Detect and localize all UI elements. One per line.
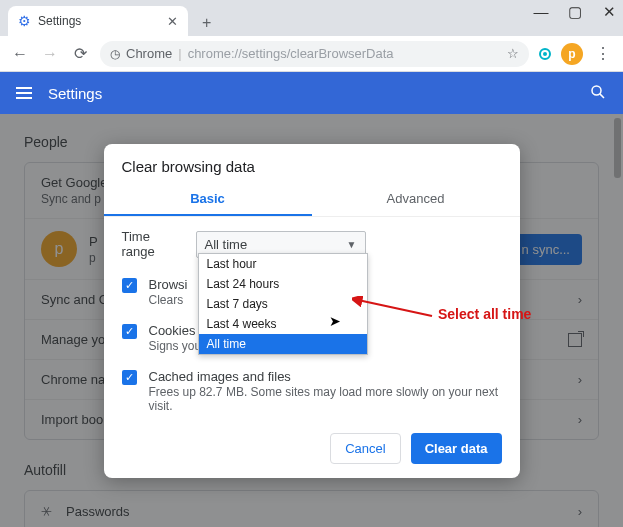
new-tab-button[interactable]: + — [194, 10, 219, 36]
menu-kebab-icon[interactable]: ⋮ — [593, 44, 613, 63]
tab-strip: ⚙ Settings ✕ + — [0, 0, 623, 36]
option-last-4-weeks[interactable]: Last 4 weeks — [199, 314, 367, 334]
dialog-title: Clear browsing data — [104, 144, 520, 183]
settings-content: People Get Google Sync and p p P p n syn… — [0, 114, 623, 527]
tab-advanced[interactable]: Advanced — [312, 183, 520, 216]
bookmark-star-icon[interactable]: ☆ — [507, 46, 519, 61]
checkbox-icon: ✓ — [122, 370, 137, 385]
settings-header: Settings — [0, 72, 623, 114]
close-window-button[interactable]: ✕ — [601, 3, 617, 21]
window-controls: — ▢ ✕ — [533, 3, 617, 21]
address-bar[interactable]: ◷ Chrome | chrome://settings/clearBrowse… — [100, 41, 529, 67]
gear-icon: ⚙ — [18, 13, 31, 29]
reload-button[interactable]: ⟳ — [70, 44, 90, 63]
svg-line-1 — [600, 93, 604, 97]
browser-tab-settings[interactable]: ⚙ Settings ✕ — [8, 6, 188, 36]
time-range-dropdown: Last hour Last 24 hours Last 7 days Last… — [198, 253, 368, 355]
profile-avatar[interactable]: p — [561, 43, 583, 65]
site-info-icon[interactable]: ◷ — [110, 47, 120, 61]
url-text: chrome://settings/clearBrowserData — [188, 46, 394, 61]
dialog-footer: Cancel Clear data — [104, 425, 520, 464]
option-last-7-days[interactable]: Last 7 days — [199, 294, 367, 314]
tab-basic[interactable]: Basic — [104, 183, 312, 216]
checkbox-cached[interactable]: ✓ Cached images and files Frees up 82.7 … — [122, 361, 502, 421]
hamburger-icon[interactable] — [16, 87, 32, 99]
svg-point-0 — [592, 86, 601, 95]
minimize-button[interactable]: — — [533, 3, 549, 21]
checkbox-icon: ✓ — [122, 324, 137, 339]
tab-title: Settings — [38, 14, 160, 28]
chevron-down-icon: ▼ — [347, 239, 357, 250]
settings-title: Settings — [48, 85, 102, 102]
forward-button[interactable]: → — [40, 45, 60, 63]
option-all-time[interactable]: All time — [199, 334, 367, 354]
page-root: Settings People Get Google Sync and p p … — [0, 72, 623, 527]
option-last-24-hours[interactable]: Last 24 hours — [199, 274, 367, 294]
cancel-button[interactable]: Cancel — [330, 433, 400, 464]
back-button[interactable]: ← — [10, 45, 30, 63]
search-icon[interactable] — [589, 83, 607, 104]
clear-browsing-dialog: Clear browsing data Basic Advanced Time … — [104, 144, 520, 478]
close-tab-icon[interactable]: ✕ — [167, 14, 178, 29]
dialog-body: Time range All time ▼ Last hour Last 24 … — [104, 217, 520, 425]
maximize-button[interactable]: ▢ — [567, 3, 583, 21]
toolbar: ← → ⟳ ◷ Chrome | chrome://settings/clear… — [0, 36, 623, 72]
dialog-tabs: Basic Advanced — [104, 183, 520, 217]
url-prefix: Chrome — [126, 46, 172, 61]
extension-icon[interactable] — [539, 48, 551, 60]
checkbox-icon: ✓ — [122, 278, 137, 293]
time-range-label: Time range — [122, 229, 184, 259]
clear-data-button[interactable]: Clear data — [411, 433, 502, 464]
option-last-hour[interactable]: Last hour — [199, 254, 367, 274]
select-value: All time — [205, 237, 248, 252]
